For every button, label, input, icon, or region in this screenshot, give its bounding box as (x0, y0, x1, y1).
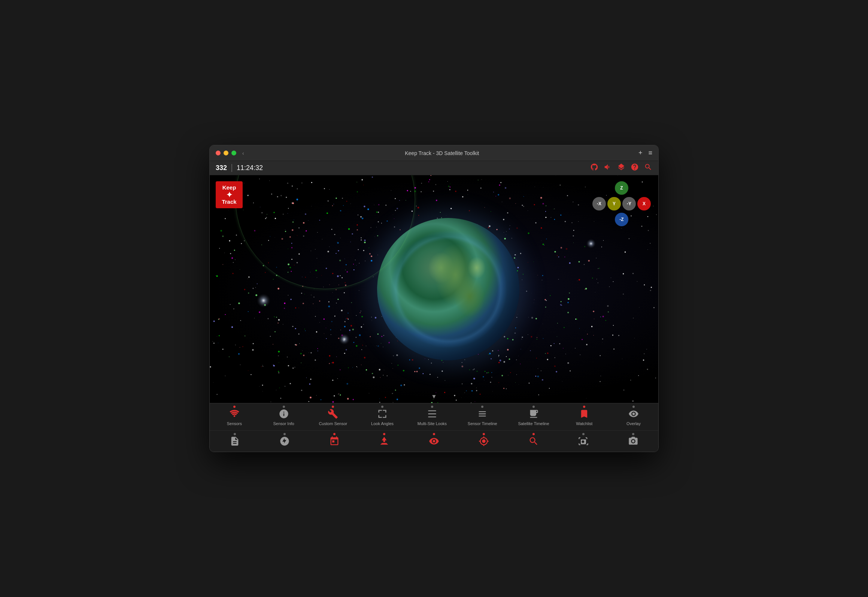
sensors-label: Sensors (227, 421, 242, 426)
look-angles-dot (381, 406, 383, 408)
github-icon[interactable] (590, 163, 598, 173)
window-title: Keep Track - 3D Satellite Toolkit (250, 150, 634, 156)
satellite-eye-tool[interactable] (415, 433, 453, 449)
multi-site-looks-tool[interactable]: Multi-Site Looks (413, 406, 451, 428)
title-actions: + ≡ (638, 149, 652, 157)
sensor-timeline-tool[interactable]: Sensor Timeline (463, 406, 502, 428)
close-button[interactable] (216, 151, 221, 155)
satellite-timeline-tool[interactable]: Satellite Timeline (513, 406, 553, 428)
radar-dot (283, 433, 286, 435)
watchlist-label: Watchlist (576, 421, 592, 426)
menu-button[interactable]: ≡ (648, 149, 652, 157)
satellite-eye-dot (433, 433, 435, 435)
look-angles-icon (377, 408, 388, 420)
sensors-tool[interactable]: Sensors (216, 406, 253, 428)
overlay-tool[interactable]: Overlay (615, 406, 652, 428)
layers-icon[interactable] (617, 163, 625, 173)
launch-tool[interactable] (365, 433, 403, 449)
sensor-timeline-dot (481, 406, 483, 408)
file-tool[interactable] (216, 433, 254, 449)
watchlist-icon (579, 408, 589, 420)
scan2-icon (628, 435, 638, 447)
custom-sensor-dot (332, 406, 334, 408)
satellite-eye-icon (429, 435, 439, 447)
sound-icon[interactable] (604, 163, 612, 173)
custom-sensor-label: Custom Sensor (319, 421, 347, 426)
toolbar-icons (590, 163, 652, 173)
sensor-info-tool[interactable]: Sensor Info (265, 406, 303, 428)
tracking-icon (479, 435, 489, 447)
title-bar: ‹ Keep Track - 3D Satellite Toolkit + ≡ (210, 145, 658, 161)
tracking-tool[interactable] (465, 433, 503, 449)
calendar-icon (329, 435, 340, 447)
sensor-info-dot (283, 406, 285, 408)
satellite-timeline-dot (532, 406, 535, 408)
scan1-dot (582, 433, 585, 435)
satellite-count: 332 (216, 164, 232, 172)
custom-sensor-tool[interactable]: Custom Sensor (314, 406, 352, 428)
sensor-info-icon (279, 408, 289, 420)
help-icon[interactable] (631, 163, 639, 173)
scan2-dot (632, 433, 634, 435)
calendar-tool[interactable] (316, 433, 353, 449)
file-icon (230, 435, 240, 447)
logo-line1: Keep (222, 184, 236, 191)
axis-controls: Z -X Y -Y X -Z (592, 181, 651, 226)
look-angles-label: Look Angles (371, 421, 394, 426)
z-top-axis-button[interactable]: Z (615, 181, 628, 195)
custom-sensor-icon (328, 408, 338, 420)
analysis-dot (532, 433, 535, 435)
multi-site-looks-label: Multi-Site Looks (418, 421, 447, 426)
app-logo[interactable]: Keep ✦ Track (216, 181, 243, 208)
y-neg-axis-button[interactable]: -Y (622, 197, 636, 210)
x-pos-axis-button[interactable]: X (637, 197, 651, 210)
multi-site-looks-dot (431, 406, 433, 408)
app-toolbar: 332 11:24:32 (210, 161, 658, 175)
overlay-dot (632, 406, 635, 408)
calendar-dot (333, 433, 336, 435)
scan2-tool[interactable] (614, 433, 652, 449)
watchlist-dot (583, 406, 585, 408)
sensor-timeline-icon (477, 408, 488, 420)
sensors-dot (233, 406, 236, 408)
y-pos-axis-button[interactable]: Y (607, 197, 621, 210)
back-button[interactable]: ‹ (241, 150, 246, 156)
analysis-tool[interactable] (515, 433, 552, 449)
scan1-icon (578, 435, 589, 447)
tracking-dot (483, 433, 485, 435)
multi-site-looks-icon (427, 408, 437, 420)
add-tab-button[interactable]: + (638, 149, 643, 157)
z-neg-axis-button[interactable]: -Z (615, 213, 628, 226)
logo-line2: Track (222, 199, 236, 205)
radar-tool[interactable] (266, 433, 303, 449)
launch-icon (379, 435, 389, 447)
launch-dot (383, 433, 385, 435)
logo-track-icon: ✦ (226, 191, 233, 199)
satellite-timeline-label: Satellite Timeline (518, 421, 549, 426)
file-dot (234, 433, 236, 435)
satellite-timeline-icon (528, 408, 539, 420)
sensors-icon (229, 408, 240, 420)
sensor-info-label: Sensor Info (273, 421, 294, 426)
traffic-lights (216, 151, 236, 155)
axis-middle-row: -X Y -Y X (592, 197, 651, 210)
scan1-tool[interactable] (565, 433, 602, 449)
main-viewport[interactable]: Keep ✦ Track Z -X Y -Y X -Z ▼ (210, 175, 658, 403)
tools-row-2 (210, 431, 658, 452)
watchlist-tool[interactable]: Watchlist (565, 406, 603, 428)
analysis-icon (528, 435, 539, 447)
look-angles-tool[interactable]: Look Angles (364, 406, 401, 428)
bottom-toolbar: Sensors Sensor Info (210, 403, 658, 452)
search-icon[interactable] (644, 163, 652, 173)
sensor-timeline-label: Sensor Timeline (468, 421, 497, 426)
radar-icon (279, 435, 290, 447)
time-display: 11:24:32 (237, 164, 590, 172)
scroll-indicator: ▼ (431, 393, 437, 400)
overlay-icon (628, 408, 639, 420)
maximize-button[interactable] (231, 151, 236, 155)
overlay-label: Overlay (626, 421, 641, 426)
app-window: ‹ Keep Track - 3D Satellite Toolkit + ≡ … (209, 145, 659, 452)
x-neg-axis-button[interactable]: -X (592, 197, 606, 210)
minimize-button[interactable] (224, 151, 228, 155)
tools-row-1: Sensors Sensor Info (210, 403, 658, 431)
